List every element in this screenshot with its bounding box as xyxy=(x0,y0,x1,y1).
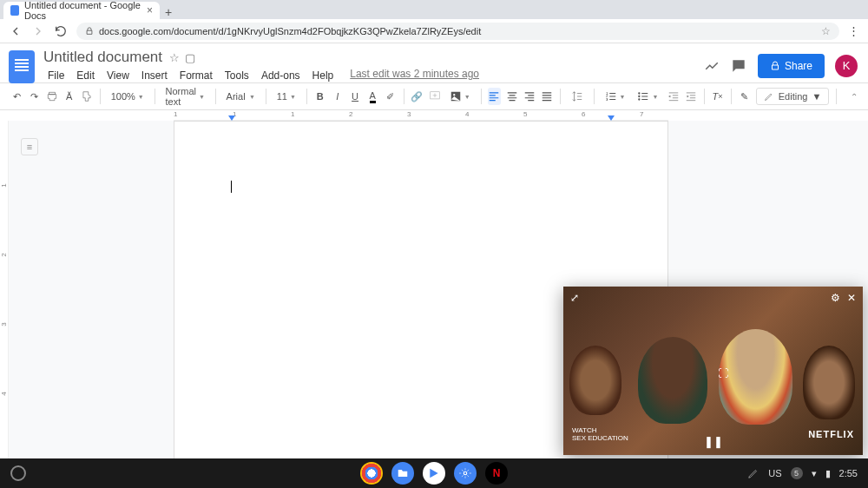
svg-point-6 xyxy=(639,92,641,94)
launcher-icon[interactable] xyxy=(10,465,26,481)
text-cursor xyxy=(231,181,232,193)
collapse-toolbar-icon[interactable]: ⌃ xyxy=(851,92,858,102)
svg-point-2 xyxy=(453,94,455,96)
menu-help[interactable]: Help xyxy=(308,68,339,83)
vertical-ruler[interactable]: 1 2 3 4 xyxy=(0,121,9,459)
svg-point-9 xyxy=(464,472,467,475)
pip-video-window[interactable]: ⤢ ⚙ ✕ ⛶ WATCH SEX EDUCATION ❚❚ NETFLIX xyxy=(563,287,863,455)
outline-toggle-icon[interactable]: ≡ xyxy=(21,138,38,155)
keyboard-lang[interactable]: US xyxy=(768,468,781,478)
numbered-list-icon[interactable]: 123▼ xyxy=(602,90,629,102)
style-dropdown[interactable]: Normal text▼ xyxy=(162,86,208,107)
pencil-icon xyxy=(764,91,774,102)
menu-edit[interactable]: Edit xyxy=(72,68,99,83)
battery-icon[interactable]: ▮ xyxy=(825,468,831,479)
text-color-icon[interactable]: A xyxy=(366,88,378,105)
chromeos-shelf: N US 5 ▾ ▮ 2:55 xyxy=(0,458,868,488)
docs-logo-icon[interactable] xyxy=(9,50,35,83)
clear-format-icon[interactable]: T× xyxy=(712,88,724,105)
add-comment-icon[interactable] xyxy=(428,88,440,105)
forward-icon[interactable] xyxy=(31,24,45,38)
indent-icon[interactable] xyxy=(685,88,697,105)
tab-title: Untitled document - Google Docs xyxy=(24,0,141,21)
italic-icon[interactable]: I xyxy=(332,88,344,105)
browser-tab[interactable]: Untitled document - Google Docs × xyxy=(3,2,160,19)
undo-icon[interactable]: ↶ xyxy=(10,88,23,105)
bookmark-star-icon[interactable]: ☆ xyxy=(821,25,831,37)
play-store-icon[interactable] xyxy=(423,462,445,485)
menu-bar: File Edit View Insert Format Tools Add-o… xyxy=(43,68,695,83)
pip-settings-icon[interactable]: ⚙ xyxy=(831,292,840,304)
netflix-brand: NETFLIX xyxy=(808,429,854,439)
align-justify-icon[interactable] xyxy=(541,88,553,105)
move-folder-icon[interactable]: ▢ xyxy=(185,51,195,64)
chrome-icon[interactable] xyxy=(360,462,383,485)
print-icon[interactable] xyxy=(45,88,57,105)
editing-mode-dropdown[interactable]: Editing ▼ xyxy=(756,88,830,105)
pip-drag-icon[interactable]: ⤢ xyxy=(570,292,579,304)
pip-pause-icon[interactable]: ❚❚ xyxy=(704,435,723,448)
svg-point-8 xyxy=(639,98,641,100)
files-icon[interactable] xyxy=(391,462,414,485)
url-text: docs.google.com/document/d/1gNKrvyUglSnz… xyxy=(99,26,481,36)
star-icon[interactable]: ☆ xyxy=(169,51,180,64)
underline-icon[interactable]: U xyxy=(349,88,361,105)
url-input[interactable]: docs.google.com/document/d/1gNKrvyUglSnz… xyxy=(76,23,839,40)
font-dropdown[interactable]: Arial▼ xyxy=(223,91,259,102)
align-center-icon[interactable] xyxy=(506,88,518,105)
line-spacing-icon[interactable] xyxy=(568,90,587,102)
menu-file[interactable]: File xyxy=(43,68,69,83)
user-avatar[interactable]: K xyxy=(835,55,858,77)
back-icon[interactable] xyxy=(9,24,23,38)
highlight-icon[interactable]: ✐ xyxy=(384,88,396,105)
last-edit-text[interactable]: Last edit was 2 minutes ago xyxy=(350,68,479,83)
align-right-icon[interactable] xyxy=(523,88,536,105)
pip-fullscreen-icon[interactable]: ⛶ xyxy=(718,367,728,379)
svg-point-7 xyxy=(639,96,641,97)
svg-text:3: 3 xyxy=(606,98,608,102)
bold-icon[interactable]: B xyxy=(314,88,326,105)
lock-icon xyxy=(85,27,94,36)
browser-tab-strip: Untitled document - Google Docs × + xyxy=(0,0,868,19)
outdent-icon[interactable] xyxy=(667,88,679,105)
menu-tools[interactable]: Tools xyxy=(220,68,253,83)
clock[interactable]: 2:55 xyxy=(839,468,858,478)
paint-format-icon[interactable] xyxy=(81,88,93,105)
docs-favicon xyxy=(10,5,19,16)
image-icon[interactable]: ▼ xyxy=(446,90,474,102)
comment-icon[interactable] xyxy=(730,57,747,75)
netflix-icon[interactable]: N xyxy=(485,462,508,485)
browser-menu-icon[interactable]: ⋮ xyxy=(848,24,859,37)
spellcheck-icon[interactable]: Ă xyxy=(63,88,76,105)
align-left-icon[interactable] xyxy=(488,88,500,105)
reload-icon[interactable] xyxy=(54,24,68,38)
menu-view[interactable]: View xyxy=(102,68,134,83)
new-tab-button[interactable]: + xyxy=(160,5,177,19)
lock-icon xyxy=(770,61,780,71)
bullet-list-icon[interactable]: ▼ xyxy=(634,90,661,102)
menu-insert[interactable]: Insert xyxy=(137,68,172,83)
stylus-icon[interactable] xyxy=(747,467,760,479)
trend-icon[interactable] xyxy=(704,58,720,74)
menu-format[interactable]: Format xyxy=(175,68,217,83)
pip-watch-label: WATCH SEX EDUCATION xyxy=(572,426,628,443)
close-tab-icon[interactable]: × xyxy=(147,4,153,16)
document-title[interactable]: Untitled document xyxy=(43,49,162,66)
redo-icon[interactable]: ↷ xyxy=(28,88,40,105)
docs-toolbar: ↶ ↷ Ă 100%▼ Normal text▼ Arial▼ 11▼ B I … xyxy=(0,82,868,110)
link-icon[interactable]: 🔗 xyxy=(411,88,423,105)
font-size-dropdown[interactable]: 11▼ xyxy=(273,91,299,102)
horizontal-ruler[interactable]: 1 1 1 2 3 4 5 6 7 xyxy=(174,110,668,121)
input-tools-icon[interactable]: ✎ xyxy=(738,88,750,105)
share-label: Share xyxy=(785,60,812,72)
notification-badge[interactable]: 5 xyxy=(791,467,803,479)
settings-icon[interactable] xyxy=(454,462,477,485)
zoom-dropdown[interactable]: 100%▼ xyxy=(108,91,148,102)
share-button[interactable]: Share xyxy=(758,54,825,78)
wifi-icon[interactable]: ▾ xyxy=(812,468,817,479)
docs-header: Untitled document ☆ ▢ File Edit View Ins… xyxy=(0,43,868,82)
pip-close-icon[interactable]: ✕ xyxy=(847,292,856,304)
menu-addons[interactable]: Add-ons xyxy=(257,68,305,83)
address-bar: docs.google.com/document/d/1gNKrvyUglSnz… xyxy=(0,19,868,43)
